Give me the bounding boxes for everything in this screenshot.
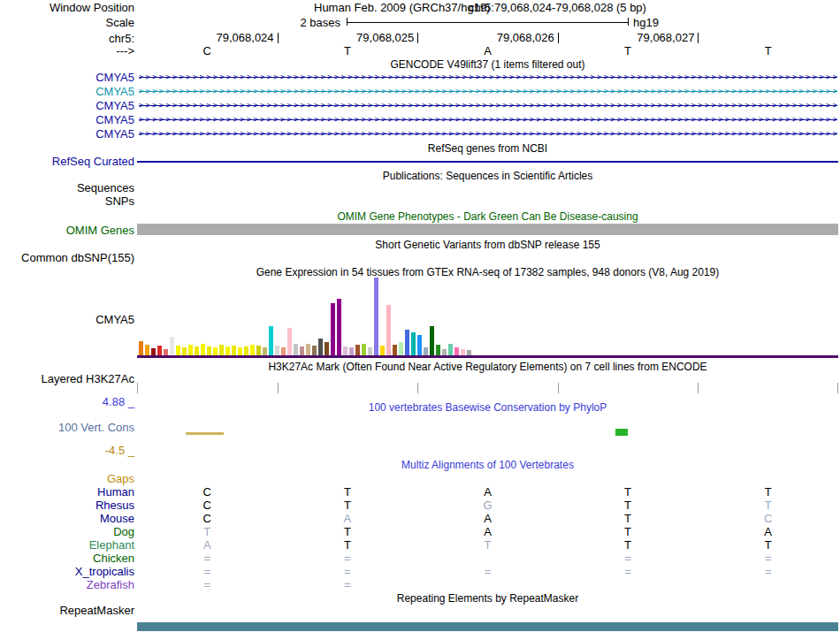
omim-gene-bar[interactable]	[137, 224, 838, 235]
gtex-expression-bar[interactable]	[213, 347, 218, 355]
gtex-expression-bar[interactable]	[393, 345, 397, 355]
gtex-expression-bar[interactable]	[343, 346, 347, 355]
gtex-expression-bar[interactable]	[287, 328, 292, 355]
gtex-expression-bar[interactable]	[386, 305, 391, 355]
gtex-expression-bar[interactable]	[399, 342, 403, 355]
gtex-expression-bar[interactable]	[454, 347, 459, 355]
gtex-expression-bar[interactable]	[188, 345, 193, 355]
gtex-expression-bar[interactable]	[201, 344, 205, 355]
gene-label-cmya5[interactable]: CMYA5	[95, 86, 134, 98]
gtex-expression-bar[interactable]	[424, 347, 428, 355]
alignment-base: T	[344, 539, 351, 552]
transcript-line[interactable]: >>>>>>>>>>>>>>>>>>>>>>>>>>>>>>>>>>>>>>>>…	[139, 100, 837, 112]
gtex-expression-bar[interactable]	[157, 346, 162, 355]
gtex-expression-bar[interactable]	[238, 347, 242, 355]
gtex-expression-bar[interactable]	[244, 346, 248, 355]
gtex-expression-bar[interactable]	[411, 332, 416, 355]
gtex-gene-label[interactable]: CMYA5	[95, 314, 134, 326]
gtex-expression-bar[interactable]	[331, 303, 335, 355]
sequences-track-label[interactable]: Sequences	[77, 182, 134, 194]
gtex-expression-bar[interactable]	[164, 349, 168, 355]
gtex-expression-bar[interactable]	[182, 347, 187, 355]
gtex-expression-bar[interactable]	[151, 348, 156, 355]
gtex-expression-bar[interactable]	[176, 346, 180, 355]
gtex-expression-bar[interactable]	[269, 326, 273, 355]
repeat-element-bar[interactable]	[137, 622, 838, 631]
refseq-curated-label[interactable]: RefSeq Curated	[52, 156, 134, 168]
repeatmasker-track-label[interactable]: RepeatMasker	[59, 605, 134, 617]
gtex-expression-bar[interactable]	[325, 342, 329, 355]
alignment-base: =	[765, 552, 772, 565]
gtex-expression-bar[interactable]	[232, 346, 236, 355]
gtex-expression-bar[interactable]	[337, 299, 341, 355]
gtex-expression-bar[interactable]	[362, 344, 366, 355]
gtex-expression-bar[interactable]	[256, 346, 261, 355]
multiz-row-label-human[interactable]: Human	[97, 486, 134, 499]
gtex-expression-bar[interactable]	[442, 349, 447, 355]
gtex-expression-bar[interactable]	[275, 346, 279, 355]
gene-label-cmya5[interactable]: CMYA5	[95, 100, 134, 112]
multiz-row-label-xtropicalis[interactable]: X_tropicalis	[75, 566, 134, 578]
gtex-expression-bar[interactable]	[312, 346, 317, 355]
multiz-row-label-mouse[interactable]: Mouse	[100, 513, 134, 525]
gtex-expression-bar[interactable]	[374, 278, 378, 355]
gtex-expression-bar[interactable]	[380, 346, 385, 355]
multiz-row-label-chicken[interactable]: Chicken	[93, 552, 134, 565]
alignment-base: A	[203, 539, 211, 552]
conservation-mark[interactable]	[615, 429, 628, 436]
alignment-base: =	[204, 579, 211, 591]
multiz-row-label-rhesus[interactable]: Rhesus	[95, 499, 134, 512]
gtex-expression-bar[interactable]	[436, 345, 440, 355]
gtex-expression-bar[interactable]	[300, 346, 304, 355]
gtex-expression-bar[interactable]	[448, 344, 453, 355]
transcript-line[interactable]: >>>>>>>>>>>>>>>>>>>>>>>>>>>>>>>>>>>>>>>>…	[139, 72, 837, 84]
coordinate-label: 79,068,026	[487, 32, 554, 43]
omim-genes-label[interactable]: OMIM Genes	[66, 225, 134, 237]
gtex-expression-bar[interactable]	[263, 347, 267, 355]
conservation-mark[interactable]	[186, 432, 224, 435]
gtex-expression-bar[interactable]	[461, 349, 465, 355]
gtex-expression-bar[interactable]	[225, 346, 230, 355]
coordinate-tick	[417, 33, 418, 43]
alignment-base: T	[624, 526, 631, 538]
coordinate-label: 79,068,027	[627, 32, 694, 43]
gtex-expression-bar[interactable]	[195, 346, 199, 355]
gene-label-cmya5[interactable]: CMYA5	[95, 114, 134, 126]
multiz-row-label-dog[interactable]: Dog	[113, 526, 134, 538]
multiz-row-label-zebrafish[interactable]: Zebrafish	[87, 579, 134, 591]
dbsnp-track-label[interactable]: Common dbSNP(155)	[21, 252, 134, 264]
refseq-gene-bar[interactable]	[137, 161, 838, 163]
gtex-expression-bar[interactable]	[250, 345, 255, 355]
multiz-row-label-elephant[interactable]: Elephant	[89, 539, 134, 552]
multiz-row-label-gaps[interactable]: Gaps	[107, 473, 134, 485]
gtex-expression-bar[interactable]	[170, 337, 174, 355]
transcript-line[interactable]: >>>>>>>>>>>>>>>>>>>>>>>>>>>>>>>>>>>>>>>>…	[139, 128, 837, 141]
gtex-expression-bar[interactable]	[430, 326, 434, 355]
gtex-expression-bar[interactable]	[417, 335, 422, 355]
transcript-line[interactable]: >>>>>>>>>>>>>>>>>>>>>>>>>>>>>>>>>>>>>>>>…	[139, 114, 837, 126]
phylop-track-label[interactable]: 100 Vert. Cons	[58, 422, 134, 434]
multiz-row-human: CTATT	[137, 486, 838, 499]
alignment-base: T	[344, 499, 351, 512]
alignment-base: T	[765, 486, 772, 499]
track-grid-tick	[837, 383, 838, 393]
alignment-base: G	[483, 499, 492, 512]
gtex-expression-bar[interactable]	[219, 345, 224, 355]
gtex-expression-bar[interactable]	[318, 339, 323, 355]
gene-label-cmya5[interactable]: CMYA5	[95, 72, 134, 84]
gtex-expression-bar[interactable]	[145, 345, 149, 355]
gtex-expression-bar[interactable]	[294, 344, 298, 355]
gtex-expression-bar[interactable]	[355, 345, 360, 355]
gtex-expression-bar[interactable]	[368, 347, 372, 355]
snps-track-label[interactable]: SNPs	[105, 195, 134, 208]
gtex-expression-bar[interactable]	[306, 344, 310, 355]
gene-label-cmya5[interactable]: CMYA5	[95, 128, 134, 141]
gtex-expression-bar[interactable]	[405, 330, 409, 355]
omim-track-title: OMIM Gene Phenotypes - Dark Green Can Be…	[137, 210, 838, 223]
gtex-expression-bar[interactable]	[349, 347, 354, 355]
transcript-line[interactable]: >>>>>>>>>>>>>>>>>>>>>>>>>>>>>>>>>>>>>>>>…	[139, 86, 837, 98]
gtex-expression-bar[interactable]	[207, 346, 211, 355]
gtex-expression-bar[interactable]	[139, 341, 143, 355]
gtex-expression-bar[interactable]	[281, 347, 286, 355]
multiz-row-gaps	[137, 473, 838, 485]
